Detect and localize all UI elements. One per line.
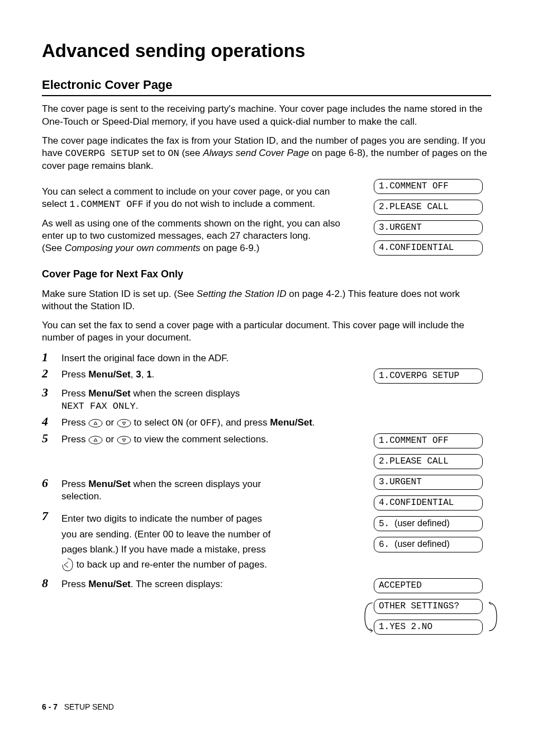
body-text: As well as using one of the comments sho… [42, 218, 351, 254]
lcd-display: 5. (user defined) [374, 516, 483, 532]
cross-ref: Always send Cover Page [203, 148, 309, 158]
lcd-display: 2.PLEASE CALL [374, 200, 483, 215]
svg-point-3 [117, 436, 131, 444]
up-arrow-icon [88, 419, 103, 428]
lcd-display: OTHER SETTINGS? [374, 599, 483, 614]
svg-point-0 [89, 419, 102, 427]
step-item: 1 Insert the original face down in the A… [42, 351, 491, 365]
code-text: COVERPG SETUP [65, 148, 140, 159]
lcd-display: 4.CONFIDENTIAL [374, 240, 483, 256]
page-title: Advanced sending operations [42, 39, 491, 63]
down-arrow-icon [117, 419, 131, 428]
step-number: 6 [42, 476, 61, 490]
cross-ref: Setting the Station ID [197, 289, 287, 299]
code-text: 1.COMMENT OFF [69, 199, 144, 210]
lcd-display: 1.YES 2.NO [374, 620, 483, 635]
step-number: 4 [42, 415, 61, 428]
step-number: 7 [42, 509, 61, 523]
step-item: 4 Press or to select ON (or OFF), and pr… [42, 415, 491, 429]
body-text: Make sure Station ID is set up. (See Set… [42, 288, 491, 313]
loop-arrow-left-icon [364, 602, 374, 632]
code-text: NEXT FAX ONLY [61, 401, 136, 412]
up-arrow-icon [88, 436, 103, 445]
cross-ref: Composing your own comments [65, 243, 201, 253]
svg-point-1 [117, 419, 131, 427]
step-item: 8 Press Menu/Set. The screen displays: A… [42, 577, 491, 634]
down-arrow-icon [117, 436, 131, 445]
lcd-display: 3.URGENT [374, 475, 483, 490]
lcd-display: 6. (user defined) [374, 537, 483, 552]
lcd-display: 1.COVERPG SETUP [374, 368, 483, 384]
lcd-display: 3.URGENT [374, 220, 483, 235]
step-number: 2 [42, 367, 61, 380]
step-item: 6 Press Menu/Set when the screen display… [42, 476, 277, 503]
body-text: The cover page indicates the fax is from… [42, 135, 491, 172]
svg-point-2 [89, 436, 102, 444]
left-arrow-icon [61, 557, 74, 572]
lcd-display: 2.PLEASE CALL [374, 454, 483, 469]
step-number: 8 [42, 577, 61, 590]
lcd-display: ACCEPTED [374, 578, 483, 593]
step-item: 3 Press Menu/Set when the screen display… [42, 386, 491, 413]
step-number: 1 [42, 351, 61, 364]
code-text: ON [172, 418, 183, 428]
step-number: 5 [42, 432, 61, 445]
section-heading-ecp: Electronic Cover Page [42, 77, 491, 97]
step-item: 7 Enter two digits to indicate the numbe… [42, 509, 277, 572]
body-text: You can set the fax to send a cover page… [42, 319, 491, 344]
step-item: 2 Press Menu/Set, 3, 1. 1.COVERPG SETUP [42, 367, 491, 384]
code-text: OFF [200, 418, 217, 428]
lcd-display: 4.CONFIDENTIAL [374, 495, 483, 511]
body-text: You can select a comment to include on y… [42, 186, 351, 211]
lcd-display: 1.COMMENT OFF [374, 433, 483, 448]
lcd-display: 1.COMMENT OFF [374, 179, 483, 194]
body-text: The cover page is sent to the receiving … [42, 103, 491, 127]
loop-arrow-right-icon [488, 602, 498, 632]
step-number: 3 [42, 386, 61, 399]
subsection-heading: Cover Page for Next Fax Only [42, 268, 491, 281]
code-text: ON [168, 148, 179, 159]
page-footer: 6 - 7 SETUP SEND [42, 702, 491, 712]
